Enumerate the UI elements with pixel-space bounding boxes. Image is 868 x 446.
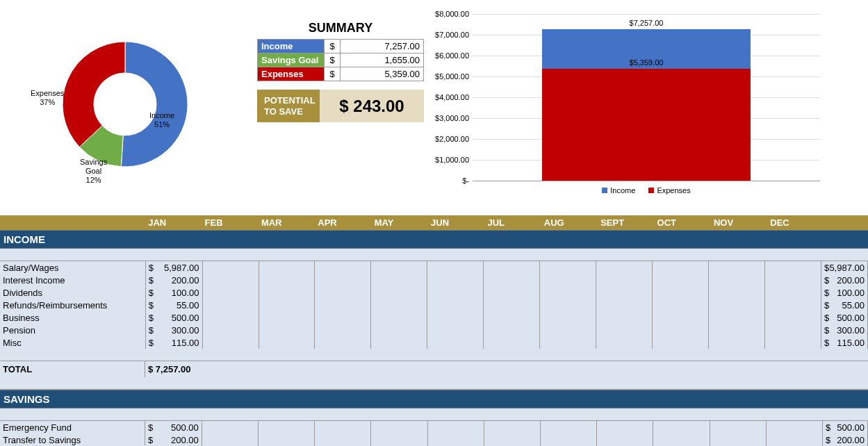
cell-empty[interactable]: [259, 336, 315, 349]
cell-empty[interactable]: [259, 311, 315, 324]
cell-empty[interactable]: [765, 286, 821, 299]
cell-empty[interactable]: [202, 299, 259, 311]
cell-empty[interactable]: [315, 261, 371, 274]
cell-empty[interactable]: [709, 286, 765, 299]
cell-empty[interactable]: [540, 286, 596, 299]
cell-empty[interactable]: [315, 421, 371, 433]
cell-empty[interactable]: [315, 433, 371, 446]
cell-empty[interactable]: [371, 324, 427, 336]
cell-empty[interactable]: [315, 274, 371, 286]
cell-empty[interactable]: [597, 421, 653, 433]
cell-jan[interactable]: $500.00: [145, 421, 202, 433]
cell-empty[interactable]: [484, 261, 540, 274]
cell-jan[interactable]: $115.00: [145, 336, 202, 349]
cell-empty[interactable]: [596, 299, 653, 311]
cell-empty[interactable]: [540, 311, 596, 324]
cell-empty[interactable]: [765, 324, 821, 336]
cell-empty[interactable]: [315, 336, 371, 349]
cell-empty[interactable]: [596, 311, 653, 324]
cell-empty[interactable]: [315, 299, 371, 311]
cell-empty[interactable]: [484, 433, 540, 446]
cell-empty[interactable]: [653, 433, 710, 446]
cell-empty[interactable]: [596, 336, 653, 349]
cell-empty[interactable]: [371, 421, 427, 433]
cell-jan[interactable]: $55.00: [145, 299, 202, 311]
cell-empty[interactable]: [427, 324, 484, 336]
cell-empty[interactable]: [765, 336, 821, 349]
cell-empty[interactable]: [259, 324, 315, 336]
cell-empty[interactable]: [427, 421, 484, 433]
cell-empty[interactable]: [202, 324, 259, 336]
cell-empty[interactable]: [202, 274, 259, 286]
cell-empty[interactable]: [484, 311, 540, 324]
cell-empty[interactable]: [484, 274, 540, 286]
cell-empty[interactable]: [202, 261, 259, 274]
cell-empty[interactable]: [765, 311, 821, 324]
cell-empty[interactable]: [709, 324, 765, 336]
cell-empty[interactable]: [484, 299, 540, 311]
cell-empty[interactable]: [540, 421, 596, 433]
cell-empty[interactable]: [484, 324, 540, 336]
cell-empty[interactable]: [540, 336, 596, 349]
cell-empty[interactable]: [202, 336, 259, 349]
cell-empty[interactable]: [653, 261, 709, 274]
cell-empty[interactable]: [202, 433, 258, 446]
cell-empty[interactable]: [540, 433, 596, 446]
cell-empty[interactable]: [202, 421, 258, 433]
cell-empty[interactable]: [202, 286, 259, 299]
cell-empty[interactable]: [258, 433, 314, 446]
cell-jan[interactable]: $300.00: [145, 324, 202, 336]
cell-jan[interactable]: $200.00: [145, 433, 202, 446]
cell-jan[interactable]: $5,987.00: [145, 261, 202, 274]
cell-empty[interactable]: [259, 299, 315, 311]
cell-jan[interactable]: $500.00: [145, 311, 202, 324]
cell-empty[interactable]: [484, 421, 540, 433]
cell-empty[interactable]: [427, 433, 484, 446]
cell-empty[interactable]: [709, 311, 765, 324]
cell-empty[interactable]: [653, 286, 709, 299]
cell-empty[interactable]: [540, 274, 596, 286]
cell-empty[interactable]: [315, 286, 371, 299]
cell-empty[interactable]: [653, 299, 709, 311]
cell-jan[interactable]: $200.00: [145, 274, 202, 286]
cell-jan[interactable]: $100.00: [145, 286, 202, 299]
cell-empty[interactable]: [596, 286, 653, 299]
cell-empty[interactable]: [258, 421, 314, 433]
cell-empty[interactable]: [427, 336, 484, 349]
cell-empty[interactable]: [259, 286, 315, 299]
cell-empty[interactable]: [371, 274, 427, 286]
cell-empty[interactable]: [765, 299, 821, 311]
cell-empty[interactable]: [653, 324, 709, 336]
cell-empty[interactable]: [371, 311, 427, 324]
cell-empty[interactable]: [653, 274, 709, 286]
cell-empty[interactable]: [371, 433, 427, 446]
cell-empty[interactable]: [484, 286, 540, 299]
cell-empty[interactable]: [259, 274, 315, 286]
cell-empty[interactable]: [371, 336, 427, 349]
cell-empty[interactable]: [427, 274, 484, 286]
cell-empty[interactable]: [766, 421, 822, 433]
cell-empty[interactable]: [427, 261, 484, 274]
cell-empty[interactable]: [371, 299, 427, 311]
cell-empty[interactable]: [596, 324, 653, 336]
cell-empty[interactable]: [597, 433, 653, 446]
cell-empty[interactable]: [371, 261, 427, 274]
cell-empty[interactable]: [653, 421, 710, 433]
cell-empty[interactable]: [709, 261, 765, 274]
cell-empty[interactable]: [710, 433, 766, 446]
cell-empty[interactable]: [596, 274, 653, 286]
cell-empty[interactable]: [484, 336, 540, 349]
cell-empty[interactable]: [540, 324, 596, 336]
cell-empty[interactable]: [259, 261, 315, 274]
cell-empty[interactable]: [653, 336, 709, 349]
cell-empty[interactable]: [765, 274, 821, 286]
cell-empty[interactable]: [427, 299, 484, 311]
cell-empty[interactable]: [540, 299, 596, 311]
cell-empty[interactable]: [766, 433, 822, 446]
cell-empty[interactable]: [427, 311, 484, 324]
cell-empty[interactable]: [710, 421, 766, 433]
cell-empty[interactable]: [315, 311, 371, 324]
cell-empty[interactable]: [427, 286, 484, 299]
cell-empty[interactable]: [596, 261, 653, 274]
cell-empty[interactable]: [540, 261, 596, 274]
